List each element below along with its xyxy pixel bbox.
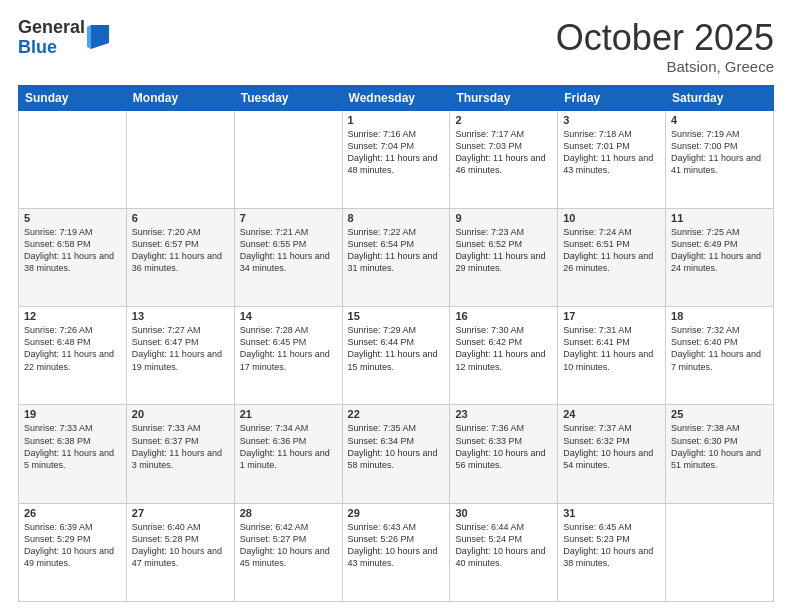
day-number: 24	[563, 408, 660, 420]
day-number: 6	[132, 212, 229, 224]
day-info: Sunrise: 7:33 AM Sunset: 6:37 PM Dayligh…	[132, 422, 229, 471]
day-number: 23	[455, 408, 552, 420]
day-info: Sunrise: 7:24 AM Sunset: 6:51 PM Dayligh…	[563, 226, 660, 275]
day-info: Sunrise: 7:30 AM Sunset: 6:42 PM Dayligh…	[455, 324, 552, 373]
table-row: 21Sunrise: 7:34 AM Sunset: 6:36 PM Dayli…	[234, 405, 342, 503]
table-row: 3Sunrise: 7:18 AM Sunset: 7:01 PM Daylig…	[558, 110, 666, 208]
location: Batsion, Greece	[556, 58, 774, 75]
day-number: 11	[671, 212, 768, 224]
day-number: 28	[240, 507, 337, 519]
day-info: Sunrise: 7:38 AM Sunset: 6:30 PM Dayligh…	[671, 422, 768, 471]
page: General Blue October 2025 Batsion, Greec…	[0, 0, 792, 612]
table-row: 15Sunrise: 7:29 AM Sunset: 6:44 PM Dayli…	[342, 307, 450, 405]
table-row: 19Sunrise: 7:33 AM Sunset: 6:38 PM Dayli…	[19, 405, 127, 503]
col-sunday: Sunday	[19, 85, 127, 110]
col-saturday: Saturday	[666, 85, 774, 110]
table-row: 2Sunrise: 7:17 AM Sunset: 7:03 PM Daylig…	[450, 110, 558, 208]
day-info: Sunrise: 7:31 AM Sunset: 6:41 PM Dayligh…	[563, 324, 660, 373]
day-info: Sunrise: 7:33 AM Sunset: 6:38 PM Dayligh…	[24, 422, 121, 471]
day-number: 5	[24, 212, 121, 224]
table-row: 30Sunrise: 6:44 AM Sunset: 5:24 PM Dayli…	[450, 503, 558, 601]
day-info: Sunrise: 7:32 AM Sunset: 6:40 PM Dayligh…	[671, 324, 768, 373]
table-row: 10Sunrise: 7:24 AM Sunset: 6:51 PM Dayli…	[558, 208, 666, 306]
table-row	[126, 110, 234, 208]
day-info: Sunrise: 6:45 AM Sunset: 5:23 PM Dayligh…	[563, 521, 660, 570]
table-row: 23Sunrise: 7:36 AM Sunset: 6:33 PM Dayli…	[450, 405, 558, 503]
calendar-week-row: 12Sunrise: 7:26 AM Sunset: 6:48 PM Dayli…	[19, 307, 774, 405]
table-row: 25Sunrise: 7:38 AM Sunset: 6:30 PM Dayli…	[666, 405, 774, 503]
table-row: 5Sunrise: 7:19 AM Sunset: 6:58 PM Daylig…	[19, 208, 127, 306]
table-row: 17Sunrise: 7:31 AM Sunset: 6:41 PM Dayli…	[558, 307, 666, 405]
col-tuesday: Tuesday	[234, 85, 342, 110]
day-info: Sunrise: 7:25 AM Sunset: 6:49 PM Dayligh…	[671, 226, 768, 275]
table-row: 11Sunrise: 7:25 AM Sunset: 6:49 PM Dayli…	[666, 208, 774, 306]
calendar-week-row: 19Sunrise: 7:33 AM Sunset: 6:38 PM Dayli…	[19, 405, 774, 503]
day-info: Sunrise: 7:36 AM Sunset: 6:33 PM Dayligh…	[455, 422, 552, 471]
table-row: 27Sunrise: 6:40 AM Sunset: 5:28 PM Dayli…	[126, 503, 234, 601]
day-number: 4	[671, 114, 768, 126]
day-number: 27	[132, 507, 229, 519]
table-row: 29Sunrise: 6:43 AM Sunset: 5:26 PM Dayli…	[342, 503, 450, 601]
table-row: 22Sunrise: 7:35 AM Sunset: 6:34 PM Dayli…	[342, 405, 450, 503]
table-row: 24Sunrise: 7:37 AM Sunset: 6:32 PM Dayli…	[558, 405, 666, 503]
day-info: Sunrise: 7:29 AM Sunset: 6:44 PM Dayligh…	[348, 324, 445, 373]
day-number: 3	[563, 114, 660, 126]
logo-text: General Blue	[18, 18, 85, 58]
logo-icon	[87, 23, 109, 51]
table-row: 6Sunrise: 7:20 AM Sunset: 6:57 PM Daylig…	[126, 208, 234, 306]
day-number: 9	[455, 212, 552, 224]
day-number: 30	[455, 507, 552, 519]
day-number: 15	[348, 310, 445, 322]
day-number: 18	[671, 310, 768, 322]
day-info: Sunrise: 7:23 AM Sunset: 6:52 PM Dayligh…	[455, 226, 552, 275]
day-number: 2	[455, 114, 552, 126]
table-row: 26Sunrise: 6:39 AM Sunset: 5:29 PM Dayli…	[19, 503, 127, 601]
col-friday: Friday	[558, 85, 666, 110]
day-number: 14	[240, 310, 337, 322]
table-row	[666, 503, 774, 601]
table-row: 7Sunrise: 7:21 AM Sunset: 6:55 PM Daylig…	[234, 208, 342, 306]
table-row: 28Sunrise: 6:42 AM Sunset: 5:27 PM Dayli…	[234, 503, 342, 601]
day-info: Sunrise: 7:17 AM Sunset: 7:03 PM Dayligh…	[455, 128, 552, 177]
svg-marker-1	[87, 25, 91, 49]
calendar-week-row: 26Sunrise: 6:39 AM Sunset: 5:29 PM Dayli…	[19, 503, 774, 601]
day-info: Sunrise: 7:18 AM Sunset: 7:01 PM Dayligh…	[563, 128, 660, 177]
day-info: Sunrise: 6:42 AM Sunset: 5:27 PM Dayligh…	[240, 521, 337, 570]
day-info: Sunrise: 6:39 AM Sunset: 5:29 PM Dayligh…	[24, 521, 121, 570]
day-info: Sunrise: 7:19 AM Sunset: 6:58 PM Dayligh…	[24, 226, 121, 275]
day-number: 26	[24, 507, 121, 519]
calendar-week-row: 1Sunrise: 7:16 AM Sunset: 7:04 PM Daylig…	[19, 110, 774, 208]
col-wednesday: Wednesday	[342, 85, 450, 110]
day-number: 12	[24, 310, 121, 322]
table-row: 13Sunrise: 7:27 AM Sunset: 6:47 PM Dayli…	[126, 307, 234, 405]
calendar-week-row: 5Sunrise: 7:19 AM Sunset: 6:58 PM Daylig…	[19, 208, 774, 306]
table-row: 1Sunrise: 7:16 AM Sunset: 7:04 PM Daylig…	[342, 110, 450, 208]
day-number: 20	[132, 408, 229, 420]
day-number: 1	[348, 114, 445, 126]
table-row: 16Sunrise: 7:30 AM Sunset: 6:42 PM Dayli…	[450, 307, 558, 405]
day-number: 10	[563, 212, 660, 224]
calendar-body: 1Sunrise: 7:16 AM Sunset: 7:04 PM Daylig…	[19, 110, 774, 601]
day-info: Sunrise: 7:22 AM Sunset: 6:54 PM Dayligh…	[348, 226, 445, 275]
col-monday: Monday	[126, 85, 234, 110]
logo-blue: Blue	[18, 38, 85, 58]
day-number: 31	[563, 507, 660, 519]
day-info: Sunrise: 7:28 AM Sunset: 6:45 PM Dayligh…	[240, 324, 337, 373]
col-thursday: Thursday	[450, 85, 558, 110]
table-row	[234, 110, 342, 208]
table-row: 18Sunrise: 7:32 AM Sunset: 6:40 PM Dayli…	[666, 307, 774, 405]
day-number: 19	[24, 408, 121, 420]
day-number: 8	[348, 212, 445, 224]
table-row: 31Sunrise: 6:45 AM Sunset: 5:23 PM Dayli…	[558, 503, 666, 601]
day-number: 13	[132, 310, 229, 322]
table-row: 20Sunrise: 7:33 AM Sunset: 6:37 PM Dayli…	[126, 405, 234, 503]
day-info: Sunrise: 6:40 AM Sunset: 5:28 PM Dayligh…	[132, 521, 229, 570]
table-row: 12Sunrise: 7:26 AM Sunset: 6:48 PM Dayli…	[19, 307, 127, 405]
day-info: Sunrise: 7:19 AM Sunset: 7:00 PM Dayligh…	[671, 128, 768, 177]
day-number: 29	[348, 507, 445, 519]
table-row: 8Sunrise: 7:22 AM Sunset: 6:54 PM Daylig…	[342, 208, 450, 306]
day-info: Sunrise: 6:43 AM Sunset: 5:26 PM Dayligh…	[348, 521, 445, 570]
day-number: 7	[240, 212, 337, 224]
calendar-header-row: Sunday Monday Tuesday Wednesday Thursday…	[19, 85, 774, 110]
table-row: 9Sunrise: 7:23 AM Sunset: 6:52 PM Daylig…	[450, 208, 558, 306]
